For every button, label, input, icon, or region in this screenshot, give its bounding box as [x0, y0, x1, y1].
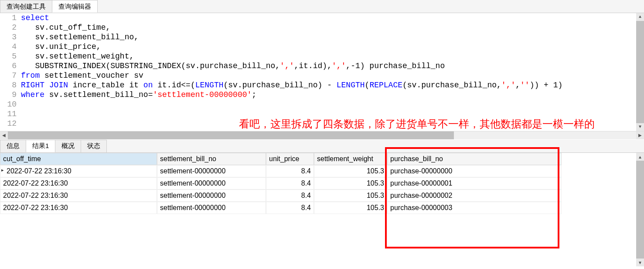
table-cell[interactable]: purchase-00000000	[387, 165, 562, 177]
table-cell[interactable]: 2022-07-22 23:16:30	[0, 202, 157, 214]
table-cell[interactable]: 105.3	[314, 202, 387, 214]
table-cell[interactable]: 105.3	[314, 177, 387, 190]
table-cell[interactable]: 105.3	[314, 165, 387, 177]
table-cell[interactable]: purchase-00000002	[387, 190, 562, 202]
code-line[interactable]: sv.cut_off_time,	[21, 23, 644, 32]
code-line[interactable]: select	[21, 13, 644, 23]
table-cell[interactable]: settlement-00000000	[157, 177, 266, 190]
table-cell[interactable]: 2022-07-22 23:16:30	[0, 177, 157, 190]
table-cell[interactable]: 8.4	[266, 202, 314, 214]
line-number: 2	[0, 23, 17, 32]
editor-horizontal-scrollbar[interactable]: ◀ ▶	[0, 131, 644, 139]
tab-query-builder[interactable]: 查询创建工具	[0, 0, 52, 13]
grid-vertical-scrollbar[interactable]: ▲ ▼	[636, 153, 644, 266]
line-number: 1	[0, 13, 17, 23]
table-cell[interactable]: purchase-00000001	[387, 177, 562, 190]
line-number: 12	[0, 119, 17, 128]
code-line[interactable]: RIGHT JOIN incre_table it on it.id<=(LEN…	[21, 80, 644, 90]
line-number: 10	[0, 100, 17, 109]
code-line[interactable]: sv.unit_price,	[21, 42, 644, 52]
editor-vertical-scrollbar[interactable]: ▲ ▼	[636, 13, 644, 131]
annotation-text: 看吧，这里拆成了四条数据，除了进货单号不一样，其他数据都是一模一样的	[239, 117, 631, 131]
line-number: 3	[0, 32, 17, 42]
tab-result1[interactable]: 结果1	[26, 140, 55, 152]
top-tab-bar: 查询创建工具 查询编辑器	[0, 0, 644, 13]
code-line[interactable]: from settlement_voucher sv	[21, 71, 644, 80]
table-cell[interactable]: 8.4	[266, 190, 314, 202]
line-number: 4	[0, 42, 17, 52]
column-header[interactable]: purchase_bill_no	[387, 153, 562, 165]
code-line[interactable]: where sv.settlement_bill_no='settlement-…	[21, 90, 644, 100]
row-marker-icon: ▸	[1, 167, 4, 173]
result-tab-bar: 信息 结果1 概况 状态	[0, 140, 644, 153]
sql-editor[interactable]: 123456789101112 select sv.cut_off_time, …	[0, 13, 644, 131]
column-header[interactable]: unit_price	[266, 153, 314, 165]
table-cell[interactable]: 8.4	[266, 177, 314, 190]
table-cell[interactable]: ▸2022-07-22 23:16:30	[0, 165, 157, 177]
scroll-left-icon[interactable]: ◀	[0, 131, 8, 139]
tab-query-editor[interactable]: 查询编辑器	[52, 0, 98, 13]
line-number: 6	[0, 61, 17, 71]
code-line[interactable]	[21, 100, 644, 109]
tab-info[interactable]: 信息	[0, 140, 26, 152]
column-header[interactable]: cut_off_time	[0, 153, 157, 165]
table-cell[interactable]: 8.4	[266, 165, 314, 177]
scroll-up-icon[interactable]: ▲	[636, 13, 644, 21]
line-number: 7	[0, 71, 17, 80]
line-number: 5	[0, 52, 17, 61]
column-header[interactable]: settlement_weight	[314, 153, 387, 165]
results-grid[interactable]: cut_off_timesettlement_bill_nounit_price…	[0, 153, 644, 214]
table-cell[interactable]: purchase-00000003	[387, 202, 562, 214]
line-number-gutter: 123456789101112	[0, 13, 21, 131]
table-cell[interactable]: settlement-00000000	[157, 165, 266, 177]
table-cell[interactable]: settlement-00000000	[157, 190, 266, 202]
scroll-thumb[interactable]	[8, 131, 454, 139]
table-cell[interactable]: 2022-07-22 23:16:30	[0, 190, 157, 202]
table-cell[interactable]: 105.3	[314, 190, 387, 202]
line-number: 9	[0, 90, 17, 100]
scroll-up-icon[interactable]: ▲	[636, 153, 644, 161]
line-number: 8	[0, 80, 17, 90]
tab-profile[interactable]: 概况	[55, 140, 81, 152]
tab-status[interactable]: 状态	[81, 140, 107, 152]
code-line[interactable]: SUBSTRING_INDEX(SUBSTRING_INDEX(sv.purch…	[21, 61, 644, 71]
scroll-down-icon[interactable]: ▼	[636, 259, 644, 266]
line-number: 11	[0, 109, 17, 119]
code-line[interactable]: sv.settlement_weight,	[21, 52, 644, 61]
scroll-right-icon[interactable]: ▶	[636, 131, 644, 139]
results-grid-wrap: cut_off_timesettlement_bill_nounit_price…	[0, 153, 644, 214]
code-line[interactable]: sv.settlement_bill_no,	[21, 32, 644, 42]
scroll-down-icon[interactable]: ▼	[636, 123, 644, 131]
column-header[interactable]: settlement_bill_no	[157, 153, 266, 165]
code-area[interactable]: select sv.cut_off_time, sv.settlement_bi…	[21, 13, 644, 131]
table-cell[interactable]: settlement-00000000	[157, 202, 266, 214]
